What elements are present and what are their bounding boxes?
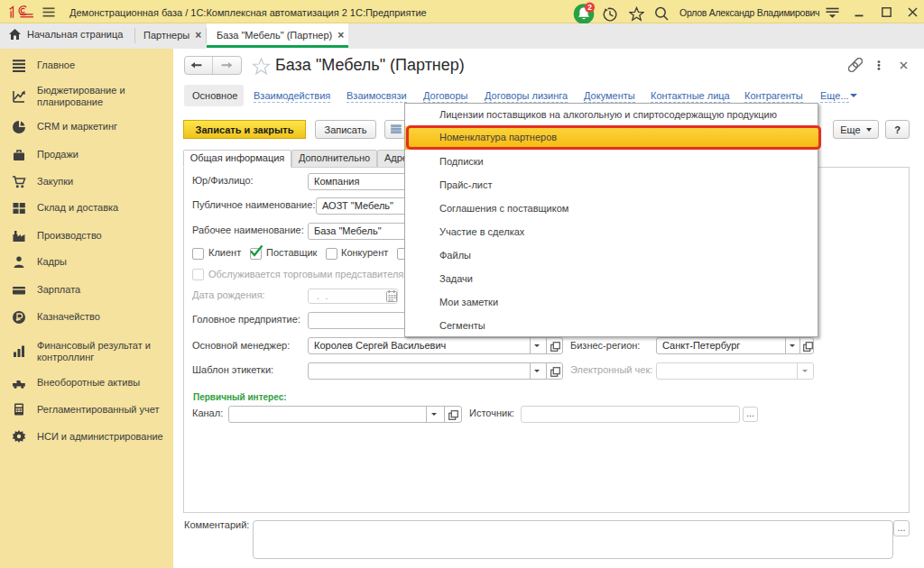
svg-text:2: 2: [587, 3, 592, 12]
